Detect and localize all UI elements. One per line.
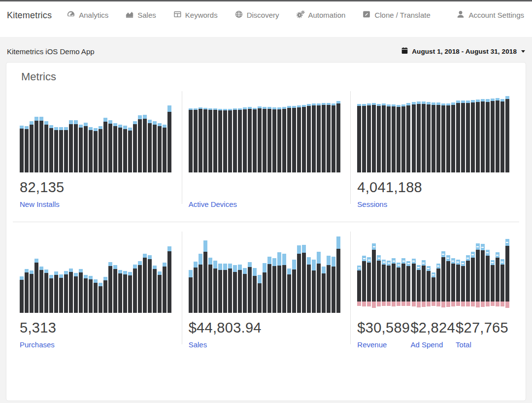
area-chart-icon (125, 10, 134, 20)
bar-day-24 (302, 245, 306, 313)
bar-day-2 (194, 108, 198, 172)
bar-day-20 (282, 254, 286, 313)
bar-day-21 (456, 260, 460, 306)
new-installs-chart (20, 91, 172, 172)
bar-day-15 (427, 102, 431, 172)
bar-day-4 (203, 108, 207, 172)
bar-day-20 (451, 258, 455, 306)
metric-link-active-devices[interactable]: Active Devices (189, 200, 237, 208)
metric-link-total[interactable]: Total (456, 340, 471, 349)
bar-day-22 (461, 261, 465, 306)
bar-day-22 (461, 101, 465, 172)
bar-day-25 (476, 243, 480, 307)
bar-day-22 (123, 271, 127, 313)
date-range-picker[interactable]: August 1, 2018 - August 31, 2018 (401, 47, 525, 56)
metric-value: 4,041,188 (357, 179, 509, 196)
bar-day-2 (362, 256, 366, 306)
metric-value: $30,589 (357, 319, 410, 336)
bar-day-3 (30, 270, 33, 313)
stat-revenue: $30,589 Revenue (357, 313, 410, 349)
person-icon (456, 10, 465, 20)
bar-day-4 (34, 117, 38, 172)
bar-day-13 (79, 269, 83, 313)
bar-day-28 (322, 267, 326, 313)
metric-cell-new-installs: 82,135 New Installs (13, 91, 182, 209)
nav-item-account-settings[interactable]: Account Settings (456, 10, 524, 20)
nav-item-keywords[interactable]: Keywords (173, 10, 218, 20)
bar-day-8 (392, 258, 396, 306)
nav-label: Analytics (79, 11, 108, 19)
bar-day-27 (317, 252, 321, 313)
bar-day-4 (372, 103, 376, 172)
bar-day-28 (322, 103, 326, 172)
bar-day-2 (25, 269, 29, 313)
bar-day-13 (79, 125, 83, 172)
app-title: Kitemetrics iOS Demo App (7, 47, 95, 56)
bar-day-2 (25, 126, 29, 172)
bar-day-31 (167, 246, 171, 313)
metric-link-purchases[interactable]: Purchases (20, 340, 55, 349)
bar-day-20 (451, 102, 455, 172)
metrics-row-1: 82,135 New Installs Active Devices 4,041… (13, 91, 519, 209)
bar-day-24 (471, 252, 475, 306)
bar-day-11 (238, 265, 242, 313)
brand-logo[interactable]: Kitemetrics (7, 8, 52, 21)
bar-day-9 (228, 109, 232, 172)
bar-day-13 (248, 262, 252, 313)
nav-item-clone-translate[interactable]: Clone / Translate (362, 10, 430, 20)
bar-day-6 (44, 121, 48, 172)
metric-link-revenue[interactable]: Revenue (357, 340, 387, 349)
bar-day-25 (138, 115, 142, 172)
bar-day-6 (382, 260, 386, 306)
metric-link-new-installs[interactable]: New Installs (20, 200, 60, 208)
bar-day-12 (412, 102, 416, 172)
bar-day-14 (422, 260, 426, 307)
bar-day-14 (84, 275, 88, 313)
nav-item-sales[interactable]: Sales (125, 10, 156, 20)
nav-item-automation[interactable]: Automation (296, 10, 346, 20)
edit-square-icon (362, 10, 371, 20)
sales-chart (189, 232, 341, 313)
bar-day-12 (243, 107, 247, 172)
bar-day-17 (99, 126, 102, 172)
bar-day-14 (422, 101, 426, 172)
table-icon (173, 10, 182, 20)
bar-day-28 (491, 260, 495, 306)
bar-day-19 (277, 252, 281, 313)
bar-day-14 (253, 108, 257, 172)
metric-link-sales[interactable]: Sales (189, 340, 207, 349)
nav-item-discovery[interactable]: Discovery (234, 10, 279, 20)
bar-day-31 (167, 105, 171, 172)
bar-day-15 (89, 127, 93, 172)
gears-icon (296, 10, 305, 20)
bar-day-6 (382, 103, 386, 172)
bar-day-26 (481, 99, 485, 172)
bar-day-29 (496, 98, 499, 172)
bar-day-7 (49, 125, 53, 172)
bar-day-21 (287, 106, 291, 172)
bar-day-25 (307, 104, 311, 172)
bar-day-23 (297, 105, 301, 172)
bar-day-8 (223, 109, 227, 172)
bar-day-17 (99, 283, 102, 313)
bar-day-17 (267, 257, 271, 313)
bar-day-13 (248, 107, 252, 172)
bar-day-11 (69, 120, 73, 172)
bar-day-22 (292, 106, 296, 172)
bar-day-31 (505, 96, 509, 172)
bar-day-10 (401, 104, 405, 172)
bar-day-29 (496, 252, 499, 306)
metric-cell-revenue: $30,589 Revenue $2,824 Ad Spend $27,765 … (350, 232, 519, 349)
bar-day-7 (387, 104, 391, 172)
bar-day-23 (466, 255, 470, 306)
metric-link-ad-spend[interactable]: Ad Spend (410, 340, 443, 349)
metric-link-sessions[interactable]: Sessions (357, 200, 387, 208)
metric-value: $44,803.94 (189, 319, 341, 336)
metric-cell-purchases: 5,313 Purchases (13, 232, 182, 349)
bar-day-31 (336, 236, 340, 313)
bar-day-27 (148, 255, 152, 313)
bar-day-10 (401, 258, 405, 306)
bar-day-7 (218, 109, 222, 172)
bar-day-12 (74, 120, 78, 172)
nav-item-analytics[interactable]: Analytics (66, 10, 108, 20)
